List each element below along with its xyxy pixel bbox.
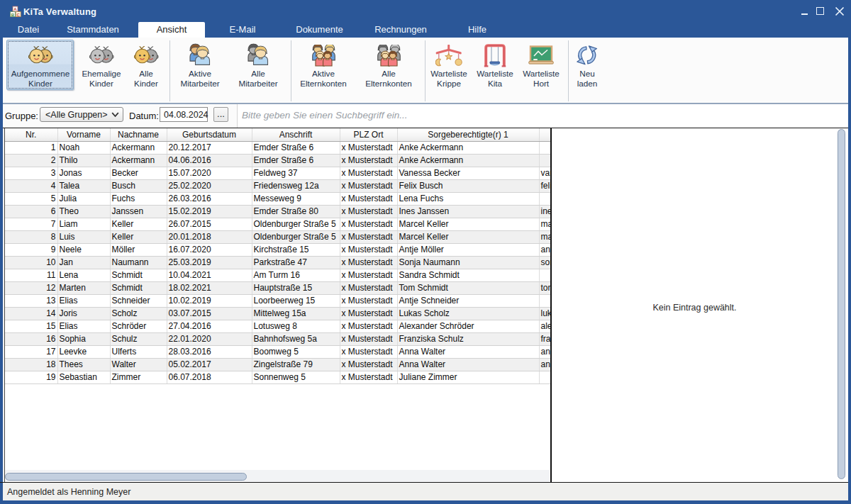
svg-text:B: B xyxy=(11,13,15,17)
svg-text:C: C xyxy=(17,13,21,17)
svg-text:A: A xyxy=(13,7,17,11)
